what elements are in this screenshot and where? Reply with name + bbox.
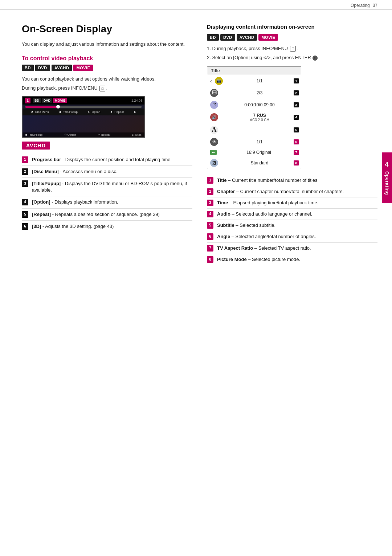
osd-num-3: 3 [58,110,62,114]
camera-icon: 📷 [215,77,223,85]
intro-text: You can display and adjust various infor… [22,41,192,48]
ratio-icon: ⇔ [210,150,217,155]
r-item-num-4: 4 [207,211,213,217]
list-item: 4 [Option] - Displays playback informati… [22,196,192,208]
osd-badge-dvd: DVD [42,98,52,103]
side-tab-label: Operating [384,171,389,195]
osd-disc-menu: Disc Menu [35,110,49,114]
r-item-num-2: 2 [207,188,213,195]
r-item-desc-6: Angle – Selected angle/total number of a… [217,233,316,240]
osd-thumbnail: ■ Title/Popup ☆ Option ↩ Repeat 1:48:35 [23,115,144,137]
progress-thumb [56,105,60,109]
info-val-2: 2/3 [221,90,298,95]
audio-val: 7 RUS [221,113,298,118]
r-list-item: 4 Audio – Selected audio language or cha… [207,209,377,220]
osd-badge-bd: BD [33,98,41,103]
avchd-label: AVCHD [22,142,50,150]
osd-mockup: 1 BD DVD MOVIE 1:24:03 2 Disc Men [22,96,145,138]
item-num-5: 5 [22,211,28,218]
r-item-num-1: 1 [207,177,213,184]
r-list-item: 5 Subtitle – Selected subtitle. [207,220,377,231]
right-desc-list: 1 Title – Current title number/total num… [207,175,377,265]
osd-option: Option [92,110,101,114]
info-row-6: 👁 1/1 6 [207,136,301,148]
progress-fill [25,106,58,108]
osd-time-prog: 1:48:35 [132,133,142,136]
r-item-desc-1: Title – Current title number/total numbe… [217,177,319,184]
osd-repeat-prog: ↩ Repeat [98,133,110,136]
info-val-6: 1/1 [221,139,298,144]
r-list-item: 1 Title – Current title number/total num… [207,175,377,186]
list-item: 5 [Repeat] - Repeats a desired section o… [22,209,192,221]
osd-title-popup: Title/Popup [63,110,78,114]
row-num-1: 1 [294,78,299,83]
info-panel-title: Title [207,67,301,75]
r-item-desc-5: Subtitle – Selected subtitle. [217,222,275,229]
clock-icon: ⏱ [210,101,218,109]
right-badge-row: BD DVD AVCHD MOVIE [207,34,377,41]
left-text2: During playback, press INFO/MENU □. [22,85,192,91]
item-desc-4: [Option] - Displays playback information… [32,199,118,205]
r-list-item: 8 Picture Mode – Selected picture mode. [207,254,377,265]
item-desc-3: [Title/Popup] - Displays the DVD title m… [32,180,192,193]
osd-num-5: 5 [109,110,114,114]
info-val-5: —— [221,127,298,132]
info-val-1: 1/1 [226,78,294,83]
side-tab-number: 4 [385,161,389,168]
badge-bd: BD [22,65,34,71]
badge-movie: MOVIE [73,65,93,71]
row-num-4: 4 [294,115,299,120]
osd-repeat: Repeat [114,110,124,114]
row-num-6: 6 [294,139,299,144]
r-item-num-5: 5 [207,222,213,229]
infomenu-icon: □ [99,86,105,91]
left-column: On-Screen Display You can display and ad… [22,23,192,265]
info-val-3: 0:00:10/0:09:00 [221,102,298,107]
item-num-4: 4 [22,199,28,205]
badge-avchd: AVCHD [52,65,72,71]
osd-badge-movie: MOVIE [53,98,67,103]
info-row-1: ‹ 📷 1/1 › 1 [207,75,301,87]
r-item-num-7: 7 [207,245,213,252]
section-label: Operating [351,3,370,8]
list-item: 2 [Disc Menu] - Accesses menu on a disc. [22,166,192,178]
osd-num-4: 4 [86,110,91,114]
r-list-item: 7 TV Aspect Ratio – Selected TV aspect r… [207,243,377,254]
r-item-desc-3: Time – Elapsed playing time/total playba… [217,200,318,206]
step-2: 2. Select an [Option] using </>, and pre… [207,54,377,61]
picture-icon: 🖼 [210,159,218,167]
right-badge-bd: BD [207,34,219,41]
right-badge-avchd: AVCHD [237,34,257,41]
osd-progress-area [23,105,144,109]
r-item-desc-8: Picture Mode – Selected picture mode. [217,256,300,263]
item-num-6: 6 [22,223,28,230]
info-row-3: ⏱ 0:00:10/0:09:00 3 [207,99,301,111]
row-num-3: 3 [294,102,299,107]
infomenu-icon-r: □ [290,46,296,52]
item-desc-5: [Repeat] - Repeats a desired section or … [32,211,160,218]
osd-option-prog: ☆ Option [64,133,76,136]
info-row-4: 🔊 7 RUS AC3 2.0 CH 4 [207,111,301,124]
osd-num-6: 6 [132,110,137,114]
info-row-5: A —— 5 [207,124,301,136]
info-row-8: 🖼 Standard 8 [207,157,301,169]
left-section-heading: To control video playback [22,55,192,62]
osd-num-2: 2 [30,110,34,114]
film-icon: 🎞 [210,89,218,97]
osd-time: 1:24:03 [131,99,142,102]
angle-icon: 👁 [210,138,218,146]
list-item: 6 [3D] - Adjusts the 3D setting. (page 4… [22,221,192,232]
page-title: On-Screen Display [22,23,192,35]
r-list-item: 2 Chapter – Current chapter number/total… [207,186,377,197]
osd-title-prog: ■ Title/Popup [25,133,42,136]
row-num-8: 8 [294,160,299,165]
row-num-7: 7 [294,150,299,155]
info-val-7: 16:9 Original [220,150,298,155]
info-panel: Title ‹ 📷 1/1 › 1 🎞 2/3 2 ⏱ 0:00:10/0:09… [207,66,301,169]
item-desc-1: Progress bar - Displays the current posi… [32,156,172,163]
right-badge-dvd: DVD [220,34,235,41]
audio-sub: AC3 2.0 CH [221,118,298,122]
page-number: 37 [373,3,377,8]
nav-left-icon[interactable]: ‹ [210,78,212,84]
item-num-2: 2 [22,168,28,175]
